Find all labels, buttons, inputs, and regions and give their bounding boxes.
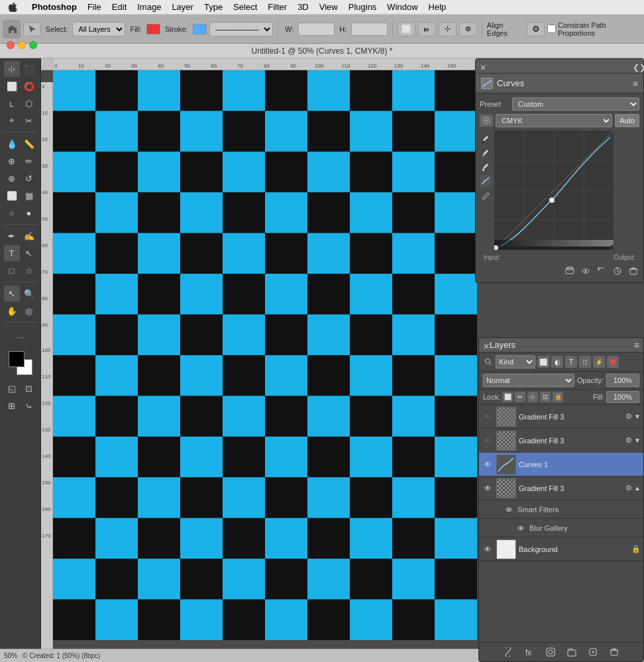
layer-options-icon-2[interactable]: ⚙ (625, 436, 632, 445)
clip-to-layer-btn[interactable] (564, 265, 576, 277)
layer-item-gradient3-2[interactable]: 👁 Gradient Fill 3 ⚙ ▼ (479, 429, 643, 453)
layer-vis-btn-2[interactable]: 👁 (482, 435, 494, 447)
burn-tool[interactable]: ● (21, 205, 37, 221)
layer-item-gradient3-3[interactable]: 👁 Gradient Fill 3 ⚙ ▲ (479, 476, 643, 500)
menu-edit[interactable]: Edit (107, 0, 132, 15)
layers-menu-button[interactable]: ≡ (634, 340, 639, 351)
constrain-path-checkbox[interactable] (547, 25, 556, 33)
layers-fx-btn[interactable]: fx (523, 645, 536, 659)
gear-btn[interactable]: ⚙ (527, 22, 545, 36)
height-input[interactable] (351, 23, 388, 36)
fill-color-swatch[interactable] (146, 24, 160, 34)
selection-tool-btn[interactable] (23, 22, 41, 36)
layer-item-gradient3-1[interactable]: 👁 Gradient Fill 3 ⚙ ▼ (479, 405, 643, 429)
lock-paint-btn[interactable]: ✏ (515, 392, 525, 402)
width-input[interactable] (298, 23, 335, 36)
screen-mode-tool[interactable]: ⊡ (21, 380, 37, 396)
crop-tool[interactable]: ✂ (21, 113, 37, 129)
opacity-input[interactable]: 100% (606, 374, 639, 387)
layers-new-btn[interactable] (586, 645, 600, 659)
eyedropper-black-tool[interactable] (480, 133, 492, 145)
layer-arrow-2[interactable]: ▼ (634, 437, 641, 444)
eyedropper-white-tool[interactable] (480, 161, 492, 173)
menu-select[interactable]: Select (228, 0, 262, 15)
zoom-tool[interactable]: 🔍 (21, 286, 37, 302)
lock-position-btn[interactable]: ⊹ (527, 392, 538, 402)
history-brush-tool[interactable]: ↺ (21, 170, 37, 186)
curves-line-tool[interactable] (480, 175, 492, 187)
fill-input[interactable]: 100% (606, 391, 639, 403)
path-select-tool[interactable]: ↖ (21, 245, 37, 261)
layers-group-btn[interactable] (565, 645, 578, 659)
layer-item-background[interactable]: 👁 Background 🔒 (479, 537, 643, 561)
lock-all-btn[interactable]: 🔒 (553, 392, 563, 402)
home-button[interactable] (3, 20, 21, 38)
polygonal-lasso-tool[interactable]: ⬡ (21, 95, 37, 111)
stroke-color-swatch[interactable] (193, 24, 207, 34)
filter-pixel-btn[interactable]: ⬜ (537, 356, 549, 368)
lasso-tool[interactable]: ʟ (4, 95, 20, 111)
menu-file[interactable]: File (82, 0, 107, 15)
direct-selection-tool[interactable]: ↖ (4, 286, 20, 302)
clone-stamp-tool[interactable]: ⊗ (4, 170, 20, 186)
maximize-button[interactable] (29, 41, 37, 49)
eyedropper-gray-tool[interactable] (480, 147, 492, 159)
channel-dropdown[interactable]: CMYK Cyan Magenta Yellow Black (496, 114, 612, 127)
filter-shape-btn[interactable]: □ (579, 356, 591, 368)
preset-dropdown[interactable]: Custom (512, 97, 639, 111)
layers-blend-dropdown[interactable]: Normal Multiply Screen Overlay (483, 374, 574, 387)
toggle-visibility-btn[interactable] (580, 265, 592, 277)
layer-vis-btn-3[interactable]: 👁 (482, 459, 494, 470)
layers-mask-btn[interactable] (544, 645, 557, 659)
quick-mask-tool[interactable]: ◱ (4, 380, 20, 396)
marquee-rect-tool[interactable]: ⬜ (4, 78, 20, 94)
apple-menu[interactable] (0, 3, 27, 12)
menu-layer[interactable]: Layer (166, 0, 199, 15)
rotate-view-btn[interactable]: ⤿ (21, 398, 37, 414)
align-btn[interactable]: ⫢ (418, 22, 436, 36)
properties-close-icon[interactable]: ✕ (480, 63, 486, 70)
properties-expand-icon[interactable]: ❮❯ (633, 63, 639, 70)
properties-menu-button[interactable]: ≡ (633, 78, 638, 89)
curves-pencil-tool[interactable] (480, 189, 492, 201)
stroke-width-dropdown[interactable]: —————— (209, 22, 273, 36)
zoom-tool-2[interactable]: ◎ (21, 303, 37, 319)
gradient-tool[interactable]: ▦ (21, 188, 37, 203)
zoom-view-btn[interactable]: ⊞ (4, 398, 20, 414)
filter-color-btn[interactable] (607, 356, 619, 368)
rect-tool-btn[interactable]: ⬜ (398, 22, 415, 36)
lock-artboard-btn[interactable]: ⊡ (540, 392, 551, 402)
layer-visibility-btn[interactable] (612, 265, 623, 277)
blur-gallery-eye-btn[interactable] (515, 524, 527, 532)
lock-transparent-btn[interactable]: ⬜ (502, 392, 513, 402)
document-canvas[interactable] (53, 70, 477, 640)
color-swatches[interactable] (9, 351, 32, 375)
layers-trash-btn[interactable] (608, 645, 621, 659)
menu-view[interactable]: View (314, 0, 343, 15)
auto-button[interactable]: Auto (615, 114, 639, 127)
foreground-color-swatch[interactable] (9, 351, 25, 367)
marquee-ellipse-tool[interactable]: ⭕ (21, 78, 37, 94)
filter-smart-btn[interactable]: ⚡ (593, 356, 605, 368)
minimize-button[interactable] (18, 41, 26, 49)
layer-lock-icon-bg[interactable]: 🔒 (631, 545, 641, 553)
dodge-tool[interactable]: ○ (4, 205, 20, 221)
layer-arrow-1[interactable]: ▼ (634, 413, 641, 420)
close-button[interactable] (7, 41, 15, 49)
curves-graph[interactable] (494, 131, 614, 250)
layers-link-btn[interactable] (502, 645, 515, 659)
menu-window[interactable]: Window (382, 0, 423, 15)
eraser-tool[interactable]: ⬜ (4, 188, 20, 203)
artboard-tool[interactable]: ⬛ (21, 61, 37, 77)
layer-select-dropdown[interactable]: All Layers (72, 22, 125, 36)
menu-type[interactable]: Type (199, 0, 228, 15)
hand-tool[interactable]: ✋ (4, 303, 20, 319)
menu-plugins[interactable]: Plugins (343, 0, 382, 15)
type-tool[interactable]: T (4, 245, 20, 261)
menu-filter[interactable]: Filter (262, 0, 292, 15)
filter-adjustment-btn[interactable]: ◐ (551, 356, 563, 368)
shape-tool[interactable]: □ (4, 262, 20, 278)
healing-brush-tool[interactable]: ⊕ (4, 153, 20, 169)
channel-icon-btn[interactable] (480, 115, 493, 127)
ruler-tool[interactable]: 📏 (21, 136, 37, 152)
